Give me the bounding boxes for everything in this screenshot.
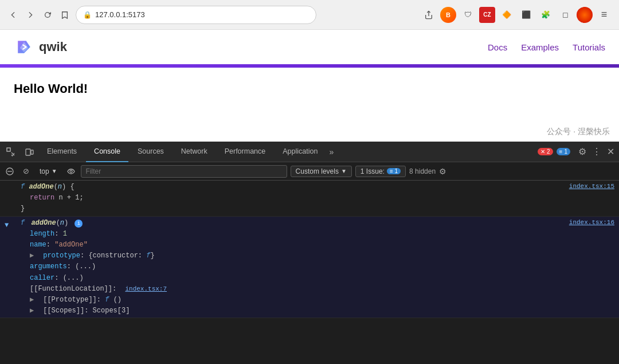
prop-scopes: ▶ [[Scopes]]: Scopes[3] bbox=[30, 306, 565, 316]
param-n: n bbox=[58, 183, 62, 191]
browser-actions: B 🛡 CZ 🔶 ⬛ 🧩 ◻ ≡ bbox=[421, 7, 612, 23]
custom-levels-arrow: ▼ bbox=[341, 168, 347, 174]
eye-icon[interactable] bbox=[65, 165, 77, 178]
ext2-button[interactable]: 🔶 bbox=[499, 7, 515, 23]
vpn-button[interactable]: 🛡 bbox=[460, 7, 476, 23]
ext1-button[interactable]: CZ bbox=[479, 7, 495, 23]
prop-prototype: ▶ prototype: {constructor: f} bbox=[30, 251, 565, 261]
source-link-1[interactable]: index.tsx:15 bbox=[569, 182, 614, 192]
info-count-badge: ≡ 1 bbox=[557, 148, 570, 155]
prop-arguments: arguments: (...) bbox=[30, 261, 565, 272]
tutorials-link[interactable]: Tutorials bbox=[573, 42, 605, 52]
svg-rect-0 bbox=[7, 148, 10, 151]
hello-world-heading: Hello World! bbox=[0, 68, 619, 110]
error-count-badge: ✕ 2 bbox=[538, 148, 553, 155]
tab-sources[interactable]: Sources bbox=[130, 142, 172, 162]
back-button[interactable] bbox=[7, 9, 19, 21]
issue-badge: 1 Issue: ≡ 1 bbox=[355, 166, 406, 177]
scopes-expand[interactable]: ▶ bbox=[30, 306, 37, 316]
custom-levels-dropdown[interactable]: Custom levels ▼ bbox=[291, 166, 352, 177]
menu-button[interactable]: ≡ bbox=[596, 7, 612, 23]
console-entry-2-content: f addOne(n) i length: 1 name: "addOne" ▶… bbox=[21, 218, 565, 317]
device-toolbar-icon[interactable] bbox=[21, 143, 38, 161]
source-link-2[interactable]: index.tsx:16 bbox=[569, 218, 614, 228]
no-entry-icon[interactable]: ⊘ bbox=[19, 165, 32, 178]
page-navbar: qwik Docs Examples Tutorials bbox=[0, 30, 619, 64]
fn-addOne2: addOne(n) bbox=[31, 219, 68, 227]
bookmark-button[interactable] bbox=[58, 9, 71, 21]
console-output[interactable]: f addOne(n) { return n + 1; } index.tsx:… bbox=[0, 181, 619, 364]
share-button[interactable] bbox=[421, 7, 437, 23]
console-entry-1: f addOne(n) { return n + 1; } index.tsx:… bbox=[0, 181, 619, 217]
prop-function-location: [[FunctionLocation]]: index.tsx:7 bbox=[30, 284, 565, 295]
clear-console-icon[interactable] bbox=[3, 165, 16, 178]
docs-link[interactable]: Docs bbox=[488, 42, 507, 52]
security-icon: 🔒 bbox=[83, 11, 92, 19]
examples-link[interactable]: Examples bbox=[521, 42, 559, 52]
reload-button[interactable] bbox=[41, 9, 54, 21]
svg-rect-1 bbox=[26, 149, 30, 155]
svg-point-5 bbox=[70, 170, 72, 173]
keyword-f2: f bbox=[21, 219, 25, 227]
more-options-icon[interactable]: ⋮ bbox=[592, 146, 601, 157]
svg-rect-2 bbox=[31, 150, 33, 154]
issue-label: 1 Issue: bbox=[361, 167, 385, 175]
console-settings-icon[interactable]: ⚙ bbox=[439, 167, 446, 176]
prop-caller: caller: (...) bbox=[30, 273, 565, 284]
brave-shield-button[interactable]: B bbox=[440, 7, 456, 23]
prototype2-expand[interactable]: ▶ bbox=[30, 295, 37, 306]
console-entry-2: ▼ f addOne(n) i length: 1 name: "addOne"… bbox=[0, 217, 619, 319]
error-x-icon: ✕ bbox=[540, 148, 545, 155]
context-label: top bbox=[40, 167, 49, 175]
issue-icon: ≡ bbox=[390, 168, 393, 174]
collapse-arrow[interactable]: ▼ bbox=[5, 220, 9, 231]
hidden-count: 8 hidden bbox=[409, 167, 436, 175]
page-nav-links: Docs Examples Tutorials bbox=[488, 42, 605, 52]
fn-addOne: addOne bbox=[29, 183, 53, 191]
info-icon: ≡ bbox=[559, 148, 563, 155]
url-text: 127.0.0.1:5173 bbox=[95, 10, 145, 19]
qwik-logo-text: qwik bbox=[39, 40, 67, 54]
forward-button[interactable] bbox=[24, 9, 37, 21]
prop-prototype2: ▶ [[Prototype]]: f () bbox=[30, 295, 565, 306]
qwik-logo-icon bbox=[14, 37, 34, 57]
tab-network[interactable]: Network bbox=[173, 142, 216, 162]
tab-console[interactable]: Console bbox=[86, 142, 128, 162]
more-tabs-icon[interactable]: » bbox=[329, 147, 334, 156]
context-dropdown-icon: ▼ bbox=[52, 168, 57, 174]
qwik-logo: qwik bbox=[14, 37, 67, 57]
kw-return: return bbox=[30, 194, 54, 202]
issue-count: ≡ 1 bbox=[387, 168, 401, 174]
prop-length: length: 1 bbox=[30, 229, 565, 240]
keyword-f: f bbox=[21, 183, 25, 191]
console-toolbar: ⊘ top ▼ Custom levels ▼ 1 Issue: ≡ 1 8 h… bbox=[0, 162, 619, 181]
browser-chrome: 🔒 127.0.0.1:5173 B 🛡 CZ 🔶 ⬛ 🧩 ◻ ≡ bbox=[0, 0, 619, 30]
tab-performance[interactable]: Performance bbox=[217, 142, 274, 162]
prop-name: name: "addOne" bbox=[30, 240, 565, 251]
window-button[interactable]: ◻ bbox=[557, 7, 573, 23]
ext3-button[interactable]: ⬛ bbox=[518, 7, 534, 23]
tab-application[interactable]: Application bbox=[275, 142, 326, 162]
address-bar[interactable]: 🔒 127.0.0.1:5173 bbox=[76, 6, 316, 24]
prototype-expand[interactable]: ▶ bbox=[30, 251, 37, 261]
console-entry-1-content: f addOne(n) { return n + 1; } bbox=[21, 182, 565, 215]
inspect-element-icon[interactable] bbox=[2, 143, 19, 161]
brave-logo-button[interactable] bbox=[577, 7, 593, 23]
devtools-panel: Elements Console Sources Network Perform… bbox=[0, 142, 619, 364]
tab-elements[interactable]: Elements bbox=[39, 142, 85, 162]
close-devtools-icon[interactable]: ✕ bbox=[607, 146, 614, 157]
filter-input[interactable] bbox=[81, 165, 287, 178]
page-content: qwik Docs Examples Tutorials Hello World… bbox=[0, 30, 619, 142]
puzzle-button[interactable]: 🧩 bbox=[538, 7, 554, 23]
brave-icon: B bbox=[446, 11, 450, 18]
settings-icon[interactable]: ⚙ bbox=[578, 146, 586, 157]
function-info-icon[interactable]: i bbox=[75, 220, 83, 228]
custom-levels-label: Custom levels bbox=[296, 167, 339, 175]
watermark: 公众号 · 涅槃快乐 bbox=[547, 127, 610, 137]
function-location-link[interactable]: index.tsx:7 bbox=[125, 285, 167, 292]
devtools-tab-bar: Elements Console Sources Network Perform… bbox=[0, 142, 619, 162]
context-selector[interactable]: top ▼ bbox=[36, 166, 61, 177]
